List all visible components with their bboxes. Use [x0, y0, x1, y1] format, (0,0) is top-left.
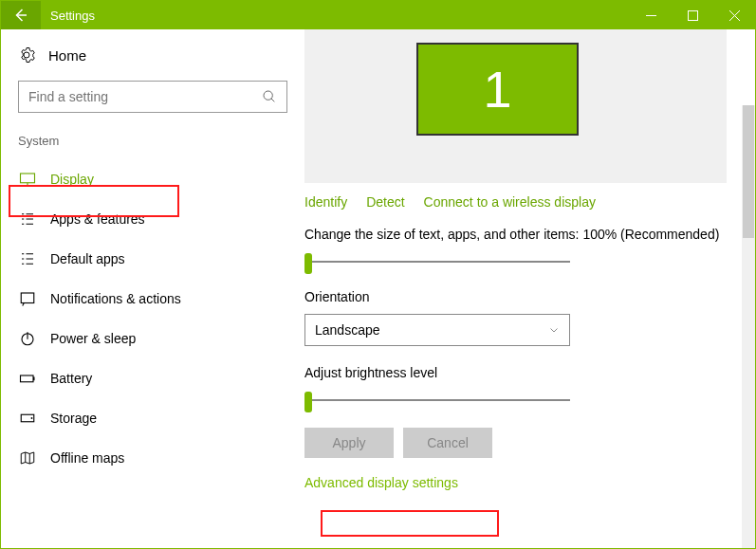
notification-icon	[18, 290, 37, 307]
power-icon	[18, 330, 37, 347]
minimize-icon	[646, 10, 656, 21]
content-area: 1 Identify Detect Connect to a wireless …	[304, 29, 755, 548]
window-title: Settings	[41, 1, 104, 29]
sidebar-item-label: Battery	[50, 371, 92, 386]
storage-icon	[18, 410, 37, 427]
search-box[interactable]	[18, 81, 287, 113]
identify-link[interactable]: Identify	[304, 194, 347, 210]
sidebar-item-storage[interactable]: Storage	[10, 398, 295, 438]
svg-rect-0	[688, 10, 697, 20]
brightness-slider[interactable]	[304, 390, 570, 412]
sidebar-item-default-apps[interactable]: Default apps	[10, 239, 295, 279]
defaults-icon	[18, 250, 37, 267]
titlebar: Settings	[1, 1, 755, 29]
close-icon	[729, 10, 740, 21]
sidebar-category-label: System	[10, 134, 295, 159]
svg-rect-2	[21, 174, 35, 183]
battery-icon	[18, 370, 37, 387]
monitor-arrangement-area[interactable]: 1	[304, 29, 727, 183]
minimize-button[interactable]	[630, 1, 672, 29]
search-icon	[262, 89, 277, 104]
slider-thumb[interactable]	[304, 392, 312, 412]
orientation-select[interactable]: Landscape	[304, 314, 570, 346]
map-icon	[18, 449, 37, 467]
connect-wireless-link[interactable]: Connect to a wireless display	[424, 194, 596, 210]
brightness-label: Adjust brightness level	[304, 365, 727, 380]
slider-thumb[interactable]	[304, 253, 312, 274]
back-button[interactable]	[1, 1, 41, 29]
maximize-button[interactable]	[672, 1, 713, 29]
sidebar-item-label: Power & sleep	[50, 331, 136, 346]
sidebar-item-apps[interactable]: Apps & features	[10, 199, 295, 239]
monitor-icon	[18, 171, 37, 188]
svg-point-1	[264, 91, 272, 100]
sidebar-item-label: Notifications & actions	[50, 291, 181, 306]
sidebar-home-label: Home	[48, 47, 86, 64]
cancel-button[interactable]: Cancel	[403, 428, 492, 458]
svg-rect-6	[33, 377, 35, 381]
monitor-tile-1[interactable]: 1	[416, 43, 579, 136]
sidebar-item-label: Storage	[50, 411, 97, 426]
gear-icon	[18, 46, 35, 64]
scale-slider[interactable]	[304, 251, 570, 274]
orientation-value: Landscape	[315, 322, 380, 338]
apply-button[interactable]: Apply	[304, 428, 394, 458]
orientation-label: Orientation	[304, 289, 727, 304]
advanced-display-settings-link[interactable]: Advanced display settings	[304, 475, 458, 490]
detect-link[interactable]: Detect	[366, 194, 404, 210]
sidebar-item-display[interactable]: Display	[10, 159, 295, 199]
sidebar: Home System Display Apps & features Defa…	[1, 29, 304, 548]
svg-rect-5	[21, 375, 34, 382]
svg-point-8	[31, 417, 33, 419]
maximize-icon	[688, 10, 698, 21]
sidebar-item-label: Display	[50, 172, 94, 187]
svg-rect-3	[21, 293, 34, 303]
close-button[interactable]	[713, 1, 755, 29]
sidebar-item-notifications[interactable]: Notifications & actions	[10, 279, 295, 319]
scrollbar-thumb[interactable]	[743, 105, 754, 238]
sidebar-item-label: Offline maps	[50, 450, 124, 466]
scrollbar[interactable]	[742, 105, 755, 548]
search-input[interactable]	[28, 89, 262, 104]
sidebar-home[interactable]: Home	[10, 43, 295, 67]
sidebar-item-label: Apps & features	[50, 211, 145, 227]
sidebar-item-offline-maps[interactable]: Offline maps	[10, 438, 295, 478]
arrow-left-icon	[12, 7, 29, 24]
sidebar-item-power[interactable]: Power & sleep	[10, 319, 295, 358]
sidebar-item-label: Default apps	[50, 251, 125, 266]
sidebar-item-battery[interactable]: Battery	[10, 358, 295, 398]
chevron-down-icon	[548, 324, 560, 336]
list-icon	[18, 210, 37, 228]
scale-label: Change the size of text, apps, and other…	[304, 227, 727, 242]
